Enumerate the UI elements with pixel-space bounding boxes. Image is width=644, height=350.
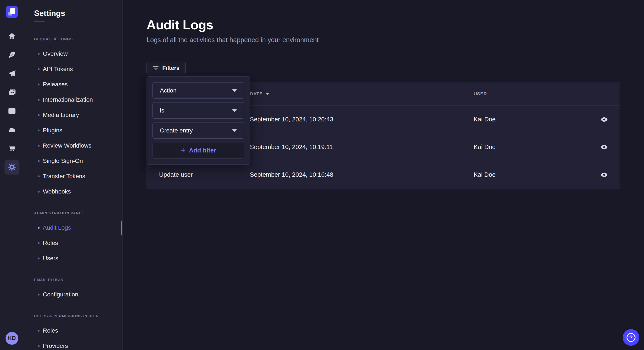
cell-date: September 10, 2024, 10:20:43 [250,116,474,123]
avatar[interactable]: KD [6,332,18,345]
feather-icon[interactable] [4,47,20,62]
bullet-icon [38,53,40,55]
bullet-icon [38,227,40,229]
bullet-icon [38,294,40,296]
layout-icon[interactable] [4,104,20,118]
sidebar-item-transfer-tokens[interactable]: Transfer Tokens [24,169,122,184]
view-details-button[interactable] [600,143,608,151]
page-header: Audit Logs Logs of all the activities th… [146,17,644,44]
sidebar-item-single-sign-on[interactable]: Single Sign-On [24,153,122,169]
sidebar-item-users[interactable]: Users [24,251,122,266]
sidebar-item-roles[interactable]: Roles [24,235,122,251]
page-title: Audit Logs [146,17,644,32]
logo-area [0,0,24,24]
add-filter-label: Add filter [189,147,216,154]
chevron-down-icon [232,129,237,132]
section-administration-panel: ADMINISTRATION PANEL [34,211,122,215]
cell-date: September 10, 2024, 10:19:11 [250,144,474,151]
sidebar-item-api-tokens[interactable]: API Tokens [24,61,122,77]
sidebar-item-configuration[interactable]: Configuration [24,287,122,302]
bullet-icon [38,160,40,162]
filters-button-label: Filters [162,65,180,71]
global-settings-list: Overview API Tokens Releases Internation… [24,46,122,199]
sort-desc-icon [266,93,270,95]
filters-button[interactable]: Filters [146,62,186,74]
cell-user: Kai Doe [474,116,582,123]
sidebar-item-releases[interactable]: Releases [24,77,122,92]
cell-date: September 10, 2024, 10:16:48 [250,171,474,178]
bullet-icon [38,68,40,70]
bullet-icon [38,175,40,177]
sidebar-item-overview[interactable]: Overview [24,46,122,61]
sidebar-item-providers[interactable]: Providers [24,338,122,350]
chevron-down-icon [232,109,237,112]
cart-icon[interactable] [4,141,20,156]
sidebar-item-plugins[interactable]: Plugins [24,123,122,138]
strapi-logo-glyph [10,8,15,14]
eye-icon [600,143,608,151]
cell-user: Kai Doe [474,171,582,178]
filter-operator-select[interactable]: is [152,102,244,119]
section-global-settings: GLOBAL SETTINGS [34,37,122,41]
column-date[interactable]: DATE [250,91,474,96]
view-details-button[interactable] [600,116,608,123]
filter-value-select[interactable]: Create entry [152,122,244,139]
sidebar-item-review-workflows[interactable]: Review Workflows [24,138,122,153]
sidebar-item-up-roles[interactable]: Roles [24,323,122,338]
bullet-icon [38,242,40,244]
sidebar-title-rule [34,21,44,22]
cell-user: Kai Doe [474,144,582,151]
images-icon[interactable] [4,85,20,100]
add-filter-button[interactable]: + Add filter [152,142,244,159]
section-email-plugin: EMAIL PLUGIN [34,278,122,282]
bullet-icon [38,114,40,116]
section-users-permissions-plugin: USERS & PERMISSIONS PLUGIN [34,314,122,318]
home-icon[interactable] [4,29,20,44]
bullet-icon [38,191,40,193]
main-content: Audit Logs Logs of all the activities th… [123,0,644,350]
rail-bottom: KD [0,326,24,350]
bullet-icon [38,345,40,347]
help-button[interactable]: ? [623,329,639,346]
bullet-icon [38,84,40,85]
strapi-logo[interactable] [6,6,18,18]
users-permissions-list: Roles Providers [24,323,122,350]
bullet-icon [38,99,40,101]
sidebar-item-audit-logs[interactable]: Audit Logs [24,220,122,235]
email-plugin-list: Configuration [24,287,122,302]
active-indicator [121,221,122,235]
bullet-icon [38,257,40,259]
bullet-icon [38,130,40,131]
cloud-icon[interactable] [4,122,20,137]
gear-icon[interactable] [4,160,20,175]
rail-icons [0,29,24,178]
table-row[interactable]: Update user September 10, 2024, 10:16:48… [147,161,620,188]
column-user: USER [474,91,582,96]
bullet-icon [38,145,40,147]
eye-icon [600,116,608,123]
administration-panel-list: Audit Logs Roles Users [24,220,122,266]
sidebar-item-internationalization[interactable]: Internationalization [24,92,122,107]
bullet-icon [38,330,40,332]
page-subtitle: Logs of all the activities that happened… [146,36,644,44]
view-details-button[interactable] [600,171,608,178]
question-mark-icon: ? [626,333,636,342]
paper-plane-icon[interactable] [4,66,20,81]
filter-popover: Action is Create entry + Add filter [146,76,250,165]
filter-field-select[interactable]: Action [152,82,244,99]
sidebar-title: Settings [34,9,122,18]
filter-lines-icon [153,66,159,70]
eye-icon [600,171,608,178]
chevron-down-icon [232,89,237,92]
sidebar-item-webhooks[interactable]: Webhooks [24,184,122,199]
sidebar-item-media-library[interactable]: Media Library [24,107,122,123]
settings-sidebar: Settings GLOBAL SETTINGS Overview API To… [24,0,123,350]
nav-rail: KD [0,0,24,350]
cell-action: Update user [159,171,250,178]
